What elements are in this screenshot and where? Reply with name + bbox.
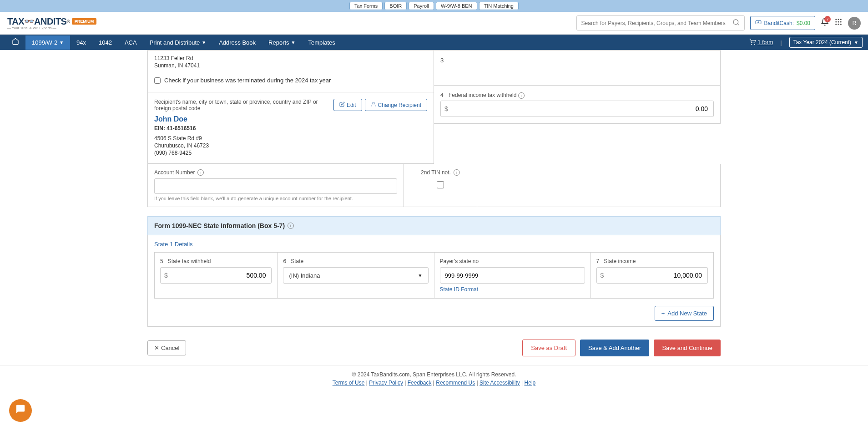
second-tin-label: 2nd TIN not. — [421, 169, 451, 176]
box-5-num: 5 — [160, 258, 163, 264]
svg-point-3 — [757, 22, 758, 23]
svg-point-11 — [838, 24, 839, 25]
nav-94x[interactable]: 94x — [70, 35, 92, 50]
box-6-num: 6 — [283, 258, 286, 264]
payer-state-no-input[interactable] — [440, 267, 585, 284]
add-state-button[interactable]: + Add New State — [655, 306, 714, 321]
recipient-name: John Doe — [154, 115, 427, 123]
user-icon — [371, 101, 376, 108]
svg-point-7 — [835, 21, 837, 23]
footer-link-help[interactable]: Help — [525, 380, 536, 386]
footer-link-accessibility[interactable]: Site Accessibility — [479, 380, 520, 386]
tab-tin[interactable]: TIN Matching — [479, 2, 519, 10]
info-icon[interactable]: i — [288, 223, 294, 229]
tab-boir[interactable]: BOIR — [384, 2, 407, 10]
nav-1042[interactable]: 1042 — [92, 35, 118, 50]
svg-point-4 — [835, 19, 837, 20]
nav-1099-w2[interactable]: 1099/W-2 ▼ — [25, 35, 70, 50]
nav-address-book[interactable]: Address Book — [212, 35, 262, 50]
dollar-icon: $ — [441, 105, 452, 112]
state-id-format-link[interactable]: State ID Format — [440, 286, 479, 293]
tab-w9w8[interactable]: W-9/W-8 BEN — [436, 2, 477, 10]
recipient-address1: 4506 S State Rd #9 — [154, 135, 427, 142]
search-input[interactable] — [581, 20, 732, 26]
chevron-down-icon: ▼ — [202, 40, 206, 45]
account-number-input[interactable] — [154, 178, 397, 194]
main-nav: 1099/W-2 ▼ 94x 1042 ACA Print and Distri… — [0, 35, 868, 50]
info-icon[interactable]: i — [197, 169, 204, 176]
terminated-label: Check if your business was terminated du… — [164, 77, 331, 84]
tab-tax-forms[interactable]: Tax Forms — [349, 2, 383, 10]
footer-link-terms[interactable]: Terms of Use — [333, 380, 365, 386]
state-select[interactable]: (IN) Indiana ▼ — [283, 267, 428, 284]
copyright-text: © 2024 TaxBandits.com, Span Enterprises … — [0, 371, 868, 378]
federal-tax-input[interactable] — [452, 105, 713, 112]
svg-point-5 — [838, 19, 839, 20]
close-icon: ✕ — [154, 345, 159, 351]
edit-recipient-button[interactable]: Edit — [333, 99, 362, 111]
cancel-button[interactable]: ✕ Cancel — [147, 340, 186, 355]
cash-icon — [755, 19, 762, 27]
svg-point-14 — [754, 44, 755, 44]
nav-aca[interactable]: ACA — [118, 35, 143, 50]
chevron-down-icon: ▼ — [854, 40, 858, 45]
logo-tagline: — Your 1099 & W2 Experts — — [7, 26, 96, 30]
box-7-label: State income — [604, 258, 636, 264]
bandit-cash-button[interactable]: BanditCash: $0.00 — [750, 16, 815, 30]
footer-link-recommend[interactable]: Recommend Us — [436, 380, 475, 386]
nav-templates[interactable]: Templates — [302, 35, 342, 50]
cart-icon — [749, 39, 756, 46]
notification-badge: 7 — [824, 16, 831, 22]
logo-mask-icon: 👓 — [24, 16, 34, 26]
recipient-ein: EIN: 41-6516516 — [154, 125, 427, 132]
header-bar: TAX👓ANDITS® PREMIUM — Your 1099 & W2 Exp… — [0, 12, 868, 35]
bandit-cash-amount: $0.00 — [797, 20, 810, 26]
box-4-label: Federal income tax withheld — [449, 92, 516, 98]
logo[interactable]: TAX👓ANDITS® PREMIUM — Your 1099 & W2 Exp… — [7, 16, 96, 30]
save-add-another-button[interactable]: Save & Add Another — [580, 340, 649, 356]
change-recipient-button[interactable]: Change Recipient — [365, 99, 427, 111]
svg-point-12 — [840, 24, 842, 25]
nav-reports[interactable]: Reports ▼ — [262, 35, 302, 50]
tax-year-select[interactable]: Tax Year 2024 (Current) ▼ — [789, 37, 863, 48]
box-7-num: 7 — [596, 258, 600, 264]
notifications-button[interactable]: 7 — [821, 18, 829, 28]
home-icon — [12, 38, 19, 47]
tab-payroll[interactable]: Payroll — [409, 2, 434, 10]
footer-link-privacy[interactable]: Privacy Policy — [369, 380, 403, 386]
save-continue-button[interactable]: Save and Continue — [654, 340, 721, 356]
nav-home[interactable] — [5, 34, 25, 51]
pencil-icon — [339, 101, 345, 108]
svg-point-9 — [840, 21, 842, 23]
state-tax-withheld-input[interactable] — [172, 272, 272, 279]
second-tin-checkbox[interactable] — [437, 181, 444, 188]
recipient-address2: Churubusco, IN 46723 — [154, 142, 427, 149]
box-6-label: State — [291, 258, 303, 264]
svg-point-15 — [373, 102, 374, 104]
svg-rect-2 — [756, 21, 761, 24]
state-1-title: State 1 Details — [154, 241, 714, 248]
avatar[interactable]: R — [848, 17, 861, 30]
search-icon[interactable] — [732, 19, 740, 27]
info-icon[interactable]: i — [518, 92, 525, 99]
save-draft-button[interactable]: Save as Draft — [522, 340, 575, 356]
box-4-num: 4 — [440, 92, 444, 98]
state-income-input[interactable] — [607, 272, 707, 279]
payer-address1: 11233 Feller Rd — [154, 55, 427, 61]
chevron-down-icon: ▼ — [291, 40, 296, 45]
footer-link-feedback[interactable]: Feedback — [408, 380, 432, 386]
svg-point-0 — [733, 20, 738, 25]
svg-point-10 — [835, 24, 837, 25]
info-icon[interactable]: i — [454, 169, 460, 176]
cart-link[interactable]: 1 form — [749, 39, 773, 46]
box-4: 4 Federal income tax withheld i $ — [434, 86, 721, 124]
state-section-header: Form 1099-NEC State Information (Box 5-7… — [147, 216, 721, 235]
apps-icon[interactable] — [834, 18, 843, 28]
nav-print[interactable]: Print and Distribute ▼ — [143, 35, 212, 50]
account-help-text: If you leave this field blank, we'll aut… — [154, 196, 397, 201]
footer: © 2024 TaxBandits.com, Span Enterprises … — [0, 365, 868, 395]
terminated-checkbox[interactable] — [154, 77, 161, 84]
bandit-cash-label: BanditCash: — [764, 20, 794, 26]
payer-info: 11233 Feller Rd Sunman, IN 47041 Check i… — [147, 50, 434, 92]
payer-state-label: Payer's state no — [440, 258, 585, 264]
